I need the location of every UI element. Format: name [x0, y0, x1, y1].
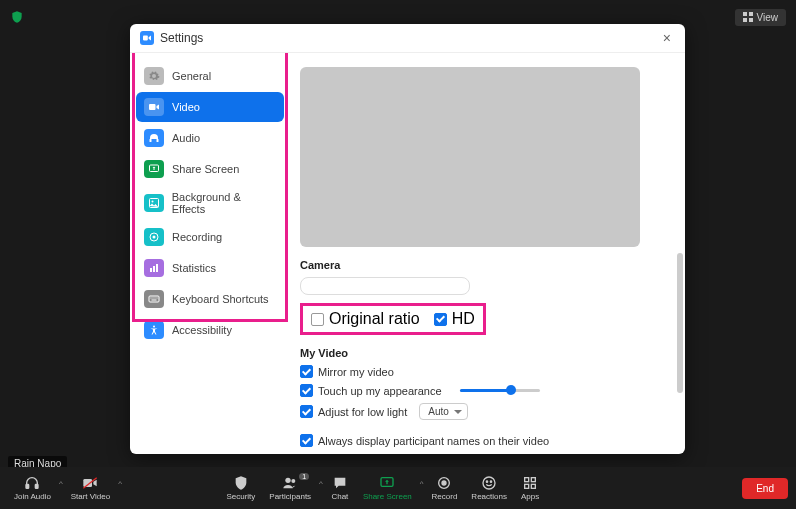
svg-rect-4: [143, 36, 148, 41]
audio-icon: [144, 129, 164, 147]
people-icon: [281, 475, 299, 491]
security-button[interactable]: Security: [220, 475, 261, 501]
annotation-highlight-ratio: Original ratio HD: [300, 303, 486, 335]
end-button[interactable]: End: [742, 478, 788, 499]
sidebar-item-background-effects[interactable]: Background & Effects: [136, 185, 284, 221]
svg-point-29: [292, 479, 296, 483]
svg-rect-25: [36, 484, 39, 488]
apps-button[interactable]: Apps: [515, 475, 545, 501]
headphones-icon: [23, 475, 41, 491]
lowlight-dropdown[interactable]: Auto: [419, 403, 468, 420]
video-icon: [144, 98, 164, 116]
participants-button[interactable]: 1 Participants: [263, 475, 317, 501]
sidebar-item-label: Accessibility: [172, 324, 232, 336]
svg-rect-17: [151, 298, 152, 299]
share-screen-button[interactable]: Share Screen: [357, 475, 418, 501]
camera-dropdown[interactable]: [300, 277, 470, 295]
svg-rect-18: [153, 298, 154, 299]
close-button[interactable]: ×: [659, 30, 675, 46]
svg-rect-19: [155, 298, 156, 299]
original-ratio-checkbox[interactable]: [311, 313, 324, 326]
svg-rect-16: [149, 296, 159, 302]
share-icon: [144, 160, 164, 178]
meeting-toolbar: Join Audio ^ Start Video ^ Security 1 Pa…: [0, 467, 796, 509]
lowlight-checkbox[interactable]: [300, 405, 313, 418]
scrollbar[interactable]: [677, 253, 683, 393]
svg-rect-13: [150, 268, 152, 272]
video-caret[interactable]: ^: [118, 479, 122, 488]
sidebar-item-recording[interactable]: Recording: [136, 222, 284, 252]
share-caret[interactable]: ^: [420, 479, 424, 488]
svg-rect-7: [157, 139, 159, 142]
settings-content: Camera Original ratio HD My Video: [290, 53, 685, 454]
reactions-button[interactable]: Reactions: [465, 475, 513, 501]
svg-rect-39: [531, 484, 535, 488]
svg-rect-6: [150, 139, 152, 142]
always-display-checkbox[interactable]: [300, 434, 313, 447]
apps-icon: [521, 475, 539, 491]
kb-icon: [144, 290, 164, 308]
svg-rect-14: [153, 266, 155, 272]
mirror-label: Mirror my video: [318, 366, 394, 378]
sidebar-item-statistics[interactable]: Statistics: [136, 253, 284, 283]
sidebar-item-label: Video: [172, 101, 200, 113]
record-icon: [435, 475, 453, 491]
mirror-checkbox[interactable]: [300, 365, 313, 378]
encryption-shield-icon[interactable]: [10, 10, 24, 24]
hd-label: HD: [452, 310, 475, 328]
settings-window: Settings × GeneralVideoAudioShare Screen…: [130, 24, 685, 454]
record-button[interactable]: Record: [426, 475, 464, 501]
settings-sidebar: GeneralVideoAudioShare ScreenBackground …: [130, 53, 290, 454]
sidebar-item-label: Audio: [172, 132, 200, 144]
svg-point-33: [483, 477, 495, 489]
svg-rect-24: [26, 484, 29, 488]
lowlight-label: Adjust for low light: [318, 406, 407, 418]
svg-point-22: [153, 326, 155, 328]
share-screen-icon: [378, 475, 396, 491]
svg-rect-36: [525, 478, 529, 482]
svg-rect-5: [149, 104, 156, 110]
chat-button[interactable]: Chat: [325, 475, 355, 501]
my-video-section-title: My Video: [300, 347, 665, 359]
svg-rect-3: [749, 18, 753, 22]
touchup-label: Touch up my appearance: [318, 385, 442, 397]
rec-icon: [144, 228, 164, 246]
hd-checkbox[interactable]: [434, 313, 447, 326]
svg-point-34: [486, 481, 487, 482]
start-video-button[interactable]: Start Video: [65, 475, 116, 501]
sidebar-item-general[interactable]: General: [136, 61, 284, 91]
acc-icon: [144, 321, 164, 339]
svg-point-28: [286, 478, 291, 483]
sidebar-item-audio[interactable]: Audio: [136, 123, 284, 153]
shield-icon: [232, 475, 250, 491]
sidebar-item-label: Recording: [172, 231, 222, 243]
svg-rect-1: [749, 12, 753, 16]
svg-point-10: [151, 201, 153, 203]
svg-rect-20: [157, 298, 158, 299]
sidebar-item-accessibility[interactable]: Accessibility: [136, 315, 284, 345]
svg-rect-21: [152, 300, 157, 301]
svg-rect-2: [743, 18, 747, 22]
gear-icon: [144, 67, 164, 85]
svg-point-32: [442, 481, 446, 485]
participants-caret[interactable]: ^: [319, 479, 323, 488]
sidebar-item-video[interactable]: Video: [136, 92, 284, 122]
bg-icon: [144, 194, 164, 212]
zoom-app-icon: [140, 31, 154, 45]
sidebar-item-share-screen[interactable]: Share Screen: [136, 154, 284, 184]
view-label: View: [757, 12, 779, 23]
smile-icon: [480, 475, 498, 491]
camera-section-title: Camera: [300, 259, 665, 271]
audio-caret[interactable]: ^: [59, 479, 63, 488]
sidebar-item-label: Background & Effects: [172, 191, 276, 215]
chat-icon: [331, 475, 349, 491]
view-button[interactable]: View: [735, 9, 787, 26]
touchup-checkbox[interactable]: [300, 384, 313, 397]
join-audio-button[interactable]: Join Audio: [8, 475, 57, 501]
always-display-label: Always display participant names on thei…: [318, 435, 549, 447]
participants-badge: 1: [299, 473, 309, 480]
touchup-slider[interactable]: [460, 389, 540, 392]
sidebar-item-label: Keyboard Shortcuts: [172, 293, 269, 305]
svg-rect-0: [743, 12, 747, 16]
sidebar-item-keyboard-shortcuts[interactable]: Keyboard Shortcuts: [136, 284, 284, 314]
